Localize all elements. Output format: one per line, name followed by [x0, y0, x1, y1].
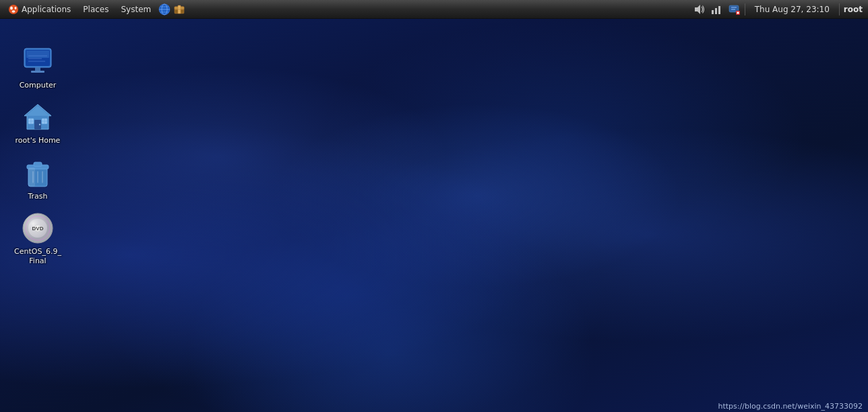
taskbar-right: Thu Aug 27, 23:10 root [687, 3, 868, 16]
network-icon[interactable] [710, 3, 723, 16]
svg-rect-26 [35, 67, 40, 71]
system-label: System [121, 5, 151, 14]
dvd-icon[interactable]: DVD CentOS_6.9_Final [11, 209, 65, 269]
svg-point-1 [10, 6, 13, 9]
svg-point-34 [39, 124, 40, 125]
svg-rect-27 [31, 71, 44, 73]
svg-point-3 [12, 10, 16, 13]
svg-point-2 [15, 7, 17, 9]
svg-rect-15 [715, 8, 717, 14]
desktop-icons: Computer [11, 43, 65, 269]
dvd-icon-img: DVD [22, 212, 54, 244]
home-label: root's Home [16, 136, 61, 145]
svg-marker-32 [26, 106, 50, 116]
svg-rect-25 [26, 50, 49, 58]
clock: Thu Aug 27, 23:10 [749, 5, 835, 14]
globe-icon[interactable] [158, 3, 171, 16]
tray-separator-2 [839, 3, 840, 15]
volume-icon[interactable] [692, 3, 706, 16]
svg-rect-47 [28, 168, 35, 186]
package-icon[interactable] [173, 3, 186, 16]
svg-marker-13 [695, 5, 700, 14]
taskbar-left: Applications Places System [0, 2, 687, 17]
username: root [844, 5, 863, 14]
computer-icon-img [22, 46, 54, 78]
status-bar: https://blog.csdn.net/weixin_43733092 [0, 400, 868, 412]
tray-separator [745, 3, 745, 15]
svg-rect-14 [712, 10, 714, 14]
home-icon-img [22, 101, 54, 133]
systray [692, 3, 741, 16]
applications-label: Applications [22, 5, 71, 14]
trash-icon[interactable]: Trash [11, 154, 65, 204]
svg-text:DVD: DVD [32, 226, 44, 232]
places-menu[interactable]: Places [78, 3, 114, 16]
computer-icon[interactable]: Computer [11, 43, 65, 93]
svg-rect-43 [34, 162, 42, 166]
dvd-label: CentOS_6.9_Final [12, 247, 63, 267]
computer-label: Computer [20, 81, 57, 90]
applications-icon [8, 4, 19, 15]
applications-menu[interactable]: Applications [3, 2, 76, 17]
places-label: Places [83, 5, 108, 14]
taskbar: Applications Places System [0, 0, 868, 19]
disconnect-icon[interactable] [727, 3, 741, 16]
status-link: https://blog.csdn.net/weixin_43733092 [718, 402, 863, 411]
desktop: Computer [0, 19, 868, 412]
trash-icon-img [22, 157, 54, 189]
svg-rect-16 [718, 6, 720, 14]
svg-point-0 [9, 5, 18, 14]
home-icon[interactable]: root's Home [11, 98, 65, 148]
trash-label: Trash [28, 192, 47, 201]
system-menu[interactable]: System [115, 3, 156, 16]
